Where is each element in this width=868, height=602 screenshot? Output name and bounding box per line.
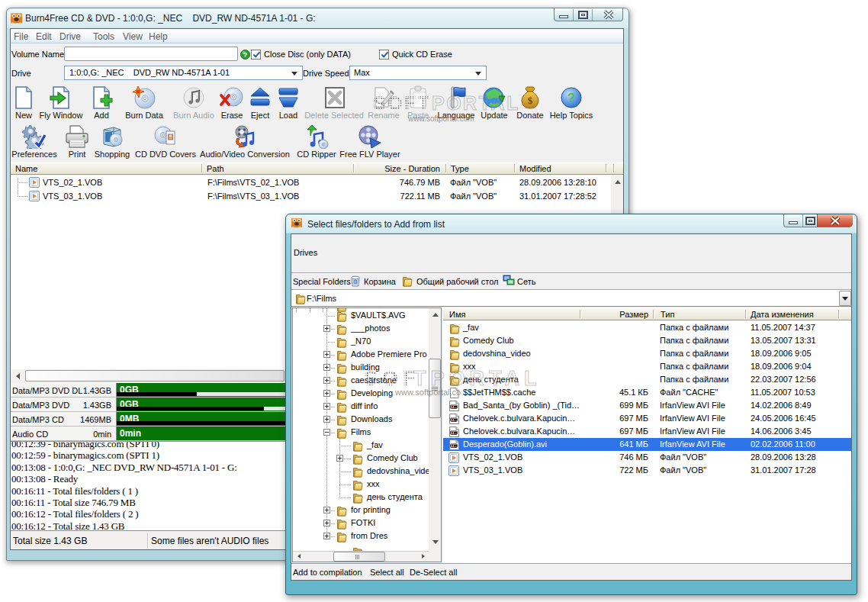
svg-text:?: ? <box>567 91 575 105</box>
svg-text:?: ? <box>243 51 248 59</box>
svg-text:$: $ <box>528 95 533 106</box>
